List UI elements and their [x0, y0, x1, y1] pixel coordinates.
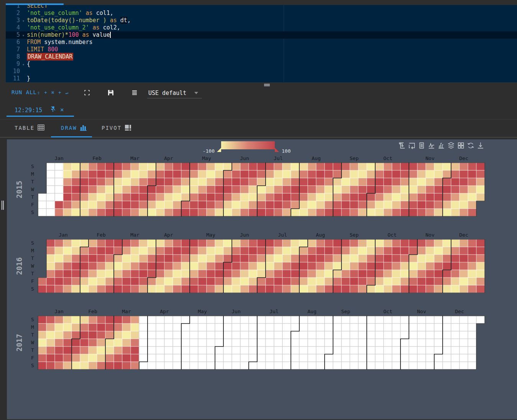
calendar-cell[interactable] [148, 316, 156, 324]
calendar-cell[interactable] [257, 209, 266, 216]
calendar-cell[interactable] [89, 239, 97, 247]
calendar-cell[interactable] [97, 209, 105, 216]
calendar-cell[interactable] [190, 331, 198, 339]
calendar-cell[interactable] [468, 262, 476, 270]
calendar-cell[interactable] [105, 262, 114, 270]
calendar-cell[interactable] [181, 285, 190, 293]
calendar-cell[interactable] [80, 278, 89, 285]
calendar-cell[interactable] [468, 331, 476, 339]
calendar-cell[interactable] [333, 278, 341, 285]
calendar-cell[interactable] [316, 170, 325, 178]
calendar-cell[interactable] [105, 193, 114, 201]
calendar-cell[interactable] [63, 278, 72, 285]
calendar-cell[interactable] [181, 163, 190, 170]
calendar-cell[interactable] [139, 201, 148, 209]
calendar-cell[interactable] [476, 247, 485, 255]
calendar-cell[interactable] [358, 193, 367, 201]
code-line[interactable]: 5▾sin(number)*100 as value [6, 31, 517, 39]
calendar-cell[interactable] [232, 163, 240, 170]
calendar-cell[interactable] [198, 316, 207, 324]
calendar-cell[interactable] [375, 201, 384, 209]
calendar-cell[interactable] [274, 278, 282, 285]
calendar-cell[interactable] [156, 170, 164, 178]
calendar-cell[interactable] [89, 170, 97, 178]
calendar-cell[interactable] [468, 324, 476, 331]
calendar-cell[interactable] [181, 209, 190, 216]
calendar-cell[interactable] [223, 247, 232, 255]
calendar-cell[interactable] [333, 331, 341, 339]
calendar-cell[interactable] [72, 178, 80, 186]
tab-draw[interactable]: DRAW [61, 124, 87, 131]
calendar-cell[interactable] [232, 346, 240, 354]
calendar-cell[interactable] [282, 178, 291, 186]
calendar-cell[interactable] [173, 201, 181, 209]
calendar-cell[interactable] [156, 346, 164, 354]
calendar-cell[interactable] [63, 346, 72, 354]
calendar-cell[interactable] [266, 247, 274, 255]
calendar-cell[interactable] [341, 346, 350, 354]
calendar-cell[interactable] [215, 262, 223, 270]
calendar-cell[interactable] [38, 193, 46, 201]
calendar-cell[interactable] [299, 163, 308, 170]
calendar-cell[interactable] [299, 186, 308, 193]
calendar-cell[interactable] [164, 178, 173, 186]
calendar-cell[interactable] [367, 278, 375, 285]
fold-icon[interactable]: ▾ [20, 32, 27, 39]
calendar-cell[interactable] [80, 178, 89, 186]
calendar-cell[interactable] [240, 163, 249, 170]
calendar-cell[interactable] [97, 324, 105, 331]
calendar-cell[interactable] [417, 170, 426, 178]
calendar-cell[interactable] [291, 362, 299, 369]
calendar-cell[interactable] [97, 354, 105, 362]
code-line[interactable]: 7LIMIT 800 [6, 46, 517, 53]
calendar-cell[interactable] [257, 316, 266, 324]
calendar-cell[interactable] [266, 193, 274, 201]
calendar-cell[interactable] [207, 339, 215, 346]
code-line[interactable]: 2'not_use_column' as col1, [6, 10, 517, 17]
calendar-cell[interactable] [80, 209, 89, 216]
calendar-cell[interactable] [291, 201, 299, 209]
calendar-cell[interactable] [392, 247, 400, 255]
calendar-cell[interactable] [215, 201, 223, 209]
calendar-cell[interactable] [114, 362, 122, 369]
calendar-cell[interactable] [156, 186, 164, 193]
calendar-cell[interactable] [333, 270, 341, 278]
calendar-cell[interactable] [97, 193, 105, 201]
calendar-cell[interactable] [367, 163, 375, 170]
calendar-cell[interactable] [190, 278, 198, 285]
calendar-cell[interactable] [409, 324, 417, 331]
calendar-cell[interactable] [215, 193, 223, 201]
calendar-cell[interactable] [122, 324, 131, 331]
calendar-cell[interactable] [409, 339, 417, 346]
calendar-cell[interactable] [384, 346, 392, 354]
calendar-cell[interactable] [426, 285, 434, 293]
calendar-cell[interactable] [384, 239, 392, 247]
calendar-cell[interactable] [148, 201, 156, 209]
calendar-cell[interactable] [434, 339, 443, 346]
calendar-cell[interactable] [443, 186, 451, 193]
calendar-cell[interactable] [443, 270, 451, 278]
calendar-cell[interactable] [232, 255, 240, 262]
calendar-cell[interactable] [181, 255, 190, 262]
calendar-cell[interactable] [274, 285, 282, 293]
unpin-icon[interactable] [49, 106, 56, 114]
calendar-cell[interactable] [164, 285, 173, 293]
calendar-cell[interactable] [105, 285, 114, 293]
calendar-cell[interactable] [400, 255, 409, 262]
calendar-cell[interactable] [333, 247, 341, 255]
calendar-cell[interactable] [190, 186, 198, 193]
calendar-cell[interactable] [223, 186, 232, 193]
calendar-cell[interactable] [181, 193, 190, 201]
calendar-cell[interactable] [282, 278, 291, 285]
calendar-cell[interactable] [105, 186, 114, 193]
calendar-cell[interactable] [131, 201, 139, 209]
calendar-cell[interactable] [350, 316, 358, 324]
calendar-cell[interactable] [333, 346, 341, 354]
calendar-cell[interactable] [333, 354, 341, 362]
calendar-cell[interactable] [240, 209, 249, 216]
calendar-cell[interactable] [55, 255, 63, 262]
calendar-cell[interactable] [417, 262, 426, 270]
calendar-cell[interactable] [114, 239, 122, 247]
calendar-cell[interactable] [131, 170, 139, 178]
calendar-cell[interactable] [316, 354, 325, 362]
